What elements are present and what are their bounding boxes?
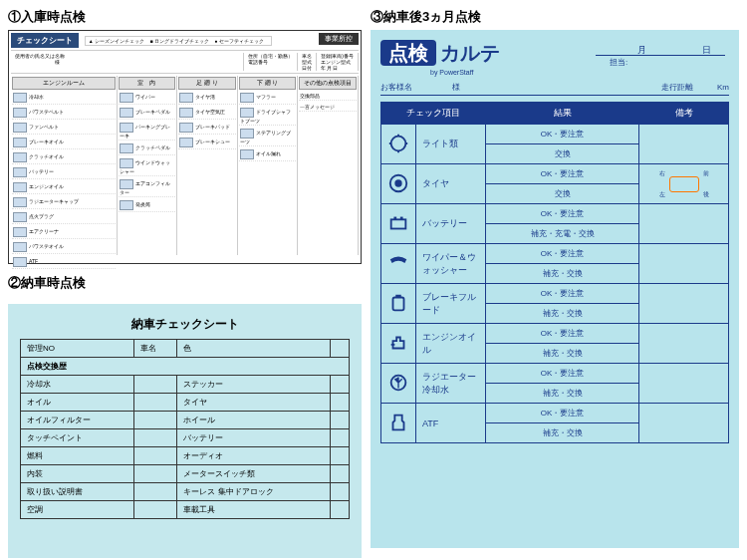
result-ok: OK・要注意 (486, 324, 639, 344)
s2-sub: 点検交換歴 (21, 358, 350, 376)
table-row: 空調車載工具 (21, 501, 350, 519)
part-icon (240, 93, 254, 103)
inspection-karte: 月日担当: 点検カルテ by PowerStaff お客様名 様 走行距離 Km… (371, 30, 739, 548)
part-icon (13, 138, 27, 147)
cell: 車載工具 (177, 501, 330, 519)
part-icon (13, 227, 27, 237)
result-ok: OK・要注意 (486, 125, 639, 144)
s1-item: エアクリーナ (12, 226, 116, 239)
svg-rect-5 (400, 216, 403, 219)
cell: オーディオ (177, 447, 330, 465)
cell (134, 412, 177, 429)
check-sheet-1: チェックシート ▲ シーズンインチェック ■ ロングドライブチェック ● セーフ… (8, 30, 362, 264)
item-icon (381, 125, 416, 164)
s1-item: 冷却水 (12, 92, 116, 105)
cell (330, 429, 349, 447)
part-icon (240, 149, 254, 159)
s1-item: ファンベルト (12, 122, 116, 135)
cell: オイルフィルター (21, 412, 134, 429)
logo-text: カルテ (440, 42, 500, 64)
s2-color: 色 (177, 340, 330, 358)
svg-rect-3 (391, 219, 406, 228)
cell (330, 465, 349, 483)
karte-row: ライト類OK・要注意 (381, 125, 729, 144)
svg-rect-4 (393, 216, 396, 219)
sheet1-legend: ▲ シーズンインチェック ■ ロングドライブチェック ● セーフティチェック (85, 36, 272, 46)
cell (134, 429, 177, 447)
legend-season: ▲ シーズンインチェック (89, 38, 144, 44)
item-icon (381, 324, 416, 364)
part-icon (179, 93, 193, 103)
s1-item: ブレーキパッド (178, 122, 236, 135)
s2-car: 車名 (134, 340, 177, 358)
cell (134, 447, 177, 465)
col-engine: エンジンルーム冷却水パワステベルトファンベルトブレーキオイルクラッチオイルバッテ… (11, 76, 118, 255)
karte-row: タイヤOK・要注意右前左後 (381, 164, 729, 184)
item-name: ラジエーター冷却水 (416, 364, 486, 404)
s1-item: クラッチオイル (12, 151, 116, 164)
legend-long: ■ ロングドライブチェック (149, 38, 208, 44)
item-icon (381, 244, 416, 284)
part-icon (120, 93, 133, 103)
result-ok: OK・要注意 (486, 244, 639, 264)
karte-row: ブレーキフルードOK・要注意 (381, 284, 729, 304)
cell: タイヤ (177, 394, 330, 412)
col-engine-h: エンジンルーム (12, 77, 116, 90)
car-diagram: 右前左後 (659, 171, 709, 197)
part-icon (13, 167, 27, 177)
result-action: 補充・交換 (486, 264, 639, 284)
part-icon (120, 123, 133, 133)
s1-item: タイヤ溝 (178, 92, 236, 105)
cell (330, 483, 349, 501)
heading-3: ③納車後3ヵ月点検 (371, 8, 739, 26)
s1-item: タイヤ空気圧 (178, 107, 236, 120)
note-cell (639, 324, 729, 364)
s1-item: パーキングブレーキ (119, 122, 176, 140)
delivery-check-sheet: 納車チェックシート 管理NO車名色 点検交換歴 冷却水ステッカーオイルタイヤオイ… (8, 304, 362, 558)
table-row: 取り扱い説明書キーレス 集中ドアロック (21, 483, 350, 501)
s1-item: パワステオイル (12, 241, 116, 254)
cell: バッテリー (177, 429, 330, 447)
item-name: バッテリー (416, 204, 486, 244)
part-icon (240, 129, 254, 139)
legend-safety: ● セーフティチェック (214, 38, 263, 44)
table-row: 燃料オーディオ (21, 447, 350, 465)
meta-date: 日付 (302, 65, 312, 71)
s1-item: エンジンオイル (12, 181, 116, 194)
s1-item: 発炎筒 (119, 199, 176, 212)
cell: 空調 (21, 501, 134, 519)
cell (134, 465, 177, 483)
sheet2-table: 管理NO車名色 点検交換歴 冷却水ステッカーオイルタイヤオイルフィルターホイール… (20, 339, 350, 519)
result-ok: OK・要注意 (486, 204, 639, 224)
note-cell (639, 364, 729, 404)
karte-row: ワイパー＆ウォッシャーOK・要注意 (381, 244, 729, 264)
s1-item: パワステベルト (12, 107, 116, 120)
cell (134, 394, 177, 412)
s1-item: バッテリー (12, 166, 116, 179)
part-icon (120, 108, 133, 118)
k-meta-sama: 様 (452, 83, 460, 92)
col-under: 下 廻 りマフラードライブシャフトブーツステアリングブーツオイル漏れ (238, 76, 299, 255)
part-icon (13, 152, 27, 162)
s1-item: 点火プラグ (12, 211, 116, 224)
part-icon (120, 179, 133, 189)
cell (330, 412, 349, 429)
cell: オイル (21, 394, 134, 412)
meta-m: 月 (327, 65, 332, 71)
cell: ステッカー (177, 376, 330, 394)
svg-point-2 (394, 179, 401, 186)
karte-row: ラジエーター冷却水OK・要注意 (381, 364, 729, 384)
svg-point-0 (391, 136, 406, 150)
cell: 内装 (21, 465, 134, 483)
sheet1-title: チェックシート (11, 33, 79, 48)
k-meta-name: お客様名 (380, 83, 412, 92)
result-action: 補充・交換 (486, 304, 639, 324)
cell (134, 376, 177, 394)
part-icon (13, 212, 27, 222)
item-name: ATF (416, 404, 486, 443)
item-name: タイヤ (416, 164, 486, 204)
logo-box: 点検 (380, 40, 436, 66)
svg-rect-6 (393, 297, 404, 310)
col-other: その他の点検項目交換部品一言メッセージ (298, 76, 359, 255)
result-ok: OK・要注意 (486, 404, 639, 423)
